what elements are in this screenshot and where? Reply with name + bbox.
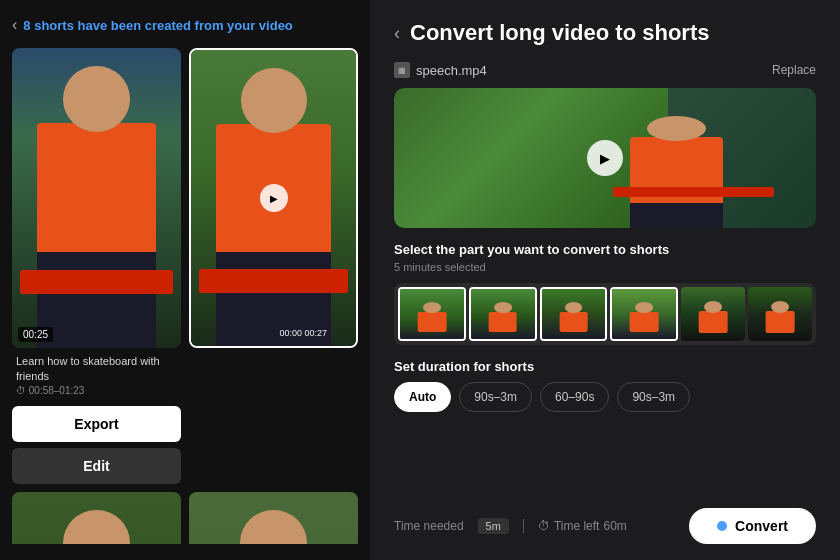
left-panel: ‹ 8 shorts have been created from your v… [0,0,370,560]
panel-header: ‹ Convert long video to shorts [394,20,816,46]
video-item-1: 00:25 Learn how to skateboard with frien… [12,48,181,484]
preview-play-button[interactable]: ▶ [587,140,623,176]
replace-button[interactable]: Replace [772,63,816,77]
header-bar: ‹ 8 shorts have been created from your v… [12,16,358,34]
export-button[interactable]: Export [12,406,181,442]
video-duration-1: ⏱ 00:58–01:23 [16,385,177,396]
person-pants-1 [37,252,155,348]
mini-head-5 [704,301,722,313]
dur-btn-90s3m[interactable]: 90s–3m [459,382,532,412]
video-thumb-4[interactable]: 00:20 [189,492,358,544]
mini-shirt-6 [766,311,795,333]
timeline-frame-3[interactable] [540,287,608,341]
mini-head-4 [635,302,653,313]
preview-bg-hills [394,88,668,228]
frame-inner-5 [681,287,745,341]
mini-head-2 [494,302,512,313]
thumb-img-3 [12,492,181,544]
panel-title: Convert long video to shorts [410,20,709,46]
time-divider [523,519,524,533]
right-panel: ‹ Convert long video to shorts ▦ speech.… [370,0,840,560]
thumb-img-1 [12,48,181,348]
dur-btn-6090s[interactable]: 60–90s [540,382,609,412]
video-info-1: Learn how to skateboard with friends ⏱ 0… [12,348,181,400]
time-left-row: ⏱ Time left 60m [538,519,627,533]
time-left-value: 60m [603,519,626,533]
video-thumb-1[interactable]: 00:25 [12,48,181,348]
timeline-frame-4[interactable] [610,287,678,341]
mini-shirt-2 [488,312,517,332]
person-shirt-1 [37,123,155,258]
video-item-3: 00:15 [12,492,181,544]
clock-icon-right: ⏱ [538,519,550,533]
video-item-2: ▶ 00:00 00:27 [189,48,358,484]
timeline-frame-5[interactable] [681,287,745,341]
timeline-strip[interactable] [394,283,816,345]
duration-section: Set duration for shorts Auto 90s–3m 60–9… [394,359,816,412]
time-needed-badge: 5m [478,518,509,534]
person-head-1 [63,66,131,132]
mini-head-6 [771,301,789,313]
clock-icon-1: ⏱ [16,385,26,396]
header-rest: have been created from your video [74,18,293,33]
timeline-frame-6[interactable] [748,287,812,341]
file-name-row: ▦ speech.mp4 [394,62,487,78]
file-row: ▦ speech.mp4 Replace [394,62,816,78]
preview-person-pants [630,203,723,228]
time-left-label: Time left [554,519,600,533]
person-head-4 [240,510,308,544]
duration-buttons: Auto 90s–3m 60–90s 90s–3m [394,382,816,412]
keyboard-bar-2 [199,269,348,293]
dur-btn-90s3m-2[interactable]: 90s–3m [617,382,690,412]
shorts-count: 8 shorts [23,18,74,33]
header-text: 8 shorts have been created from your vid… [23,18,292,33]
timeline-frame-2[interactable] [469,287,537,341]
play-icon-2[interactable]: ▶ [260,184,288,212]
video-title-1: Learn how to skateboard with friends [16,354,177,383]
back-arrow-right[interactable]: ‹ [394,23,400,44]
mini-shirt-4 [630,312,659,332]
duration-text-1: 00:58–01:23 [29,385,85,396]
convert-button[interactable]: Convert [689,508,816,544]
person-head-2 [241,68,307,133]
thumb-timestamp-2: 00:00 00:27 [274,326,332,340]
timeline-frame-1[interactable] [398,287,466,341]
video-actions: Export Edit [12,406,181,484]
convert-dot [717,521,727,531]
select-sub: 5 minutes selected [394,261,816,273]
time-info: Time needed 5m ⏱ Time left 60m [394,518,627,534]
time-needed-label: Time needed [394,519,464,533]
convert-label: Convert [735,518,788,534]
frame-inner-6 [748,287,812,341]
frame-inner-4 [612,289,676,339]
mini-head-1 [423,302,441,313]
frame-inner-2 [471,289,535,339]
mini-shirt-3 [559,312,588,332]
bottom-bar: Time needed 5m ⏱ Time left 60m Convert [394,508,816,544]
video-thumb-3[interactable]: 00:15 [12,492,181,544]
video-item-4: 00:20 [189,492,358,544]
video-grid: 00:25 Learn how to skateboard with frien… [12,48,358,544]
select-section: Select the part you want to convert to s… [394,242,816,359]
file-name-text: speech.mp4 [416,63,487,78]
mini-head-3 [565,302,583,313]
frame-inner-1 [400,289,464,339]
person-head-3 [63,510,131,544]
dur-btn-auto[interactable]: Auto [394,382,451,412]
select-title: Select the part you want to convert to s… [394,242,816,257]
preview-keyboard [613,187,773,197]
back-arrow-left[interactable]: ‹ [12,16,17,34]
mini-shirt-1 [418,312,447,332]
edit-button[interactable]: Edit [12,448,181,484]
duration-title: Set duration for shorts [394,359,816,374]
mini-shirt-5 [699,311,728,333]
video-preview: ▶ [394,88,816,228]
thumb-timestamp-1: 00:25 [18,327,53,342]
thumb-img-4 [189,492,358,544]
video-thumb-2[interactable]: ▶ 00:00 00:27 [189,48,358,348]
file-icon: ▦ [394,62,410,78]
frame-inner-3 [542,289,606,339]
keyboard-bar-1 [20,270,172,294]
